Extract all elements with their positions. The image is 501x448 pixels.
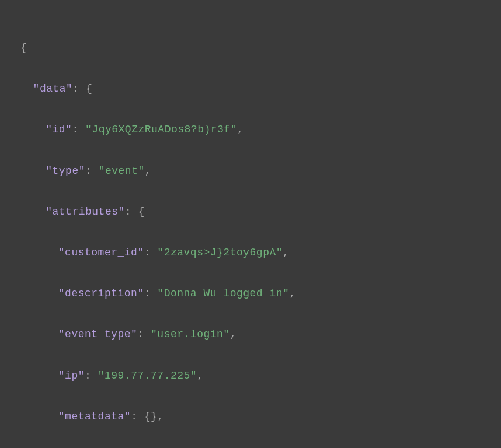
- code-line: "description": "Donna Wu logged in",: [20, 284, 501, 304]
- colon: : {: [125, 206, 145, 218]
- code-line: "type": "event",: [20, 161, 501, 181]
- comma: ,: [157, 411, 163, 422]
- code-line: "data": {: [20, 79, 501, 99]
- comma: ,: [230, 328, 236, 340]
- code-line: "ip": "199.77.77.225",: [20, 366, 501, 386]
- json-key-attributes: "attributes": [46, 206, 125, 218]
- json-value-event-type: "user.login": [151, 328, 230, 340]
- json-key-customer-id: "customer_id": [58, 247, 144, 258]
- comma: ,: [283, 247, 289, 258]
- code-line: "attributes": {: [20, 202, 501, 222]
- json-value-customer-id: "2zavqs>J}2toy6gpA": [157, 247, 283, 258]
- code-line: "event_type": "user.login",: [20, 324, 501, 345]
- json-key-event-type: "event_type": [58, 328, 138, 340]
- colon: :: [85, 370, 98, 382]
- code-line: "customer_id": "2zavqs>J}2toy6gpA",: [20, 243, 501, 263]
- colon: : {: [72, 83, 92, 94]
- json-key-ip: "ip": [58, 370, 85, 382]
- json-key-id: "id": [46, 124, 72, 135]
- json-value-type: "event": [99, 165, 145, 177]
- colon: :: [85, 165, 99, 177]
- comma: ,: [237, 124, 243, 135]
- comma: ,: [197, 370, 203, 382]
- code-line: {: [20, 38, 501, 58]
- open-brace: {: [20, 42, 27, 54]
- colon: :: [72, 124, 85, 135]
- colon: :: [137, 328, 151, 340]
- comma: ,: [145, 165, 151, 177]
- code-line: "id": "Jqy6XQZzRuADos8?b)r3f",: [20, 120, 501, 140]
- json-value-ip: "199.77.77.225": [98, 370, 197, 382]
- json-value-metatdata: {}: [144, 411, 158, 422]
- json-key-data: "data": [33, 83, 73, 94]
- json-key-description: "description": [58, 288, 144, 299]
- comma: ,: [289, 288, 295, 299]
- json-key-type: "type": [46, 165, 85, 177]
- code-line: "metatdata": {},: [20, 407, 501, 427]
- json-value-description: "Donna Wu logged in": [157, 288, 289, 299]
- colon: :: [144, 288, 158, 299]
- json-key-metatdata: "metatdata": [58, 411, 131, 422]
- colon: :: [131, 411, 144, 422]
- colon: :: [144, 247, 158, 258]
- json-value-id: "Jqy6XQZzRuADos8?b)r3f": [85, 124, 237, 135]
- json-code-block: { "data": { "id": "Jqy6XQZzRuADos8?b)r3f…: [20, 18, 501, 448]
